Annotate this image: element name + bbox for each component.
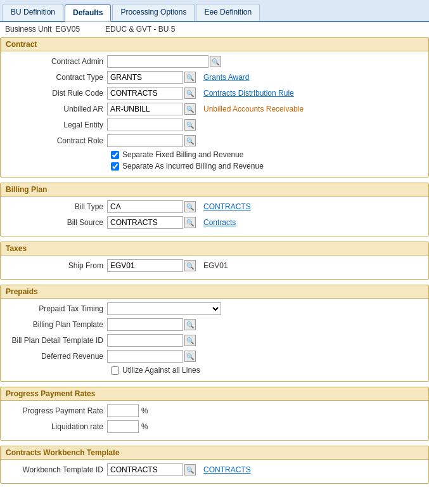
progress-payment-section: Progress Payment Rates Progress Payment …	[0, 387, 429, 441]
progress-payment-rate-input[interactable]	[107, 404, 139, 417]
bill-source-link[interactable]: Contracts	[203, 218, 236, 227]
workbench-section: Contracts Workbench Template Workbench T…	[0, 446, 429, 484]
legal-entity-row: Legal Entity 🔍	[6, 119, 423, 131]
workbench-template-id-input[interactable]	[107, 463, 183, 476]
bu-value: EGV05	[55, 25, 80, 34]
separate-as-incurred-checkbox[interactable]	[111, 162, 119, 171]
legal-entity-input[interactable]	[107, 119, 183, 131]
ship-from-after: EGV01	[203, 261, 228, 270]
legal-entity-search-btn[interactable]: 🔍	[184, 119, 196, 131]
prepaid-tax-timing-label: Prepaid Tax Timing	[6, 304, 107, 313]
dist-rule-row: Dist Rule Code 🔍 Contracts Distribution …	[6, 87, 423, 100]
progress-payment-rate-percent: %	[141, 406, 148, 415]
billing-plan-template-label: Billing Plan Template	[6, 320, 107, 329]
ship-from-row: Ship From 🔍 EGV01	[6, 259, 423, 272]
liquidation-rate-row: Liquidation rate %	[6, 420, 423, 433]
progress-payment-header: Progress Payment Rates	[1, 387, 428, 401]
unbilled-ar-link[interactable]: Unbilled Accounts Receivable	[203, 105, 304, 113]
bill-source-search-btn[interactable]: 🔍	[184, 217, 196, 228]
dist-rule-search-btn[interactable]: 🔍	[184, 87, 196, 99]
bu-description: EDUC & GVT - BU 5	[105, 25, 175, 34]
prepaid-tax-timing-row: Prepaid Tax Timing	[6, 302, 423, 315]
deferred-revenue-input[interactable]	[107, 350, 183, 363]
taxes-section: Taxes Ship From 🔍 EGV01	[0, 242, 429, 280]
bu-label: Business Unit	[5, 25, 51, 34]
bill-plan-detail-label: Bill Plan Detail Template ID	[6, 336, 107, 345]
bill-type-search-btn[interactable]: 🔍	[184, 201, 196, 212]
contract-role-row: Contract Role 🔍	[6, 134, 423, 147]
ship-from-search-btn[interactable]: 🔍	[184, 260, 196, 271]
separate-fixed-billing-label: Separate Fixed Billing and Revenue	[122, 150, 243, 159]
tab-eee-definition[interactable]: Eee Definition	[196, 4, 260, 21]
workbench-header: Contracts Workbench Template	[1, 446, 428, 460]
deferred-revenue-label: Deferred Revenue	[6, 352, 107, 361]
unbilled-ar-search-btn[interactable]: 🔍	[184, 103, 196, 115]
bill-plan-detail-search-btn[interactable]: 🔍	[184, 335, 196, 346]
unbilled-ar-label: Unbilled AR	[6, 105, 107, 113]
bill-type-link[interactable]: CONTRACTS	[203, 202, 251, 211]
tab-bu-definition[interactable]: BU Definition	[3, 4, 63, 21]
contract-role-label: Contract Role	[6, 136, 107, 145]
contract-admin-row: Contract Admin 🔍	[6, 55, 423, 68]
workbench-body: Workbench Template ID 🔍 CONTRACTS	[1, 460, 428, 483]
liquidation-rate-input[interactable]	[107, 420, 139, 433]
contract-type-search-btn[interactable]: 🔍	[184, 72, 196, 83]
tab-processing-options[interactable]: Processing Options	[112, 4, 195, 21]
billing-plan-section: Billing Plan Bill Type 🔍 CONTRACTS Bill …	[0, 183, 429, 236]
tab-defaults[interactable]: Defaults	[65, 4, 111, 22]
bill-source-row: Bill Source 🔍 Contracts	[6, 216, 423, 229]
bill-plan-detail-input[interactable]	[107, 334, 183, 347]
unbilled-ar-input[interactable]	[107, 103, 183, 115]
contract-type-input[interactable]	[107, 71, 183, 84]
billing-plan-template-row: Billing Plan Template 🔍	[6, 318, 423, 331]
business-unit-row: Business Unit EGV05 EDUC & GVT - BU 5	[0, 22, 429, 37]
contract-section-header: Contract	[1, 38, 428, 51]
utilize-against-all-lines-row: Utilize Against all Lines	[111, 366, 423, 375]
bill-type-row: Bill Type 🔍 CONTRACTS	[6, 200, 423, 213]
dist-rule-link[interactable]: Contracts Distribution Rule	[203, 89, 294, 98]
contract-admin-input[interactable]	[107, 55, 208, 68]
taxes-body: Ship From 🔍 EGV01	[1, 255, 428, 279]
separate-fixed-billing-checkbox[interactable]	[111, 151, 119, 159]
contract-admin-label: Contract Admin	[6, 57, 107, 66]
contract-type-link[interactable]: Grants Award	[203, 73, 249, 82]
contract-role-search-btn[interactable]: 🔍	[184, 135, 196, 146]
contract-section-body: Contract Admin 🔍 Contract Type 🔍 Grants …	[1, 51, 428, 177]
bill-plan-detail-row: Bill Plan Detail Template ID 🔍	[6, 334, 423, 347]
deferred-revenue-row: Deferred Revenue 🔍	[6, 350, 423, 363]
utilize-against-all-lines-label: Utilize Against all Lines	[122, 366, 200, 375]
workbench-template-id-search-btn[interactable]: 🔍	[184, 464, 196, 475]
bill-type-input[interactable]	[107, 200, 183, 213]
deferred-revenue-search-btn[interactable]: 🔍	[184, 351, 196, 362]
progress-payment-rate-row: Progress Payment Rate %	[6, 404, 423, 417]
billing-plan-body: Bill Type 🔍 CONTRACTS Bill Source 🔍 Cont…	[1, 197, 428, 236]
contract-role-input[interactable]	[107, 134, 183, 147]
billing-plan-header: Billing Plan	[1, 183, 428, 197]
contract-section: Contract Contract Admin 🔍 Contract Type …	[0, 37, 429, 178]
bill-source-input[interactable]	[107, 216, 183, 229]
billing-plan-template-input[interactable]	[107, 318, 183, 331]
billing-plan-template-search-btn[interactable]: 🔍	[184, 319, 196, 330]
separate-fixed-billing-row: Separate Fixed Billing and Revenue	[111, 150, 423, 159]
progress-payment-rate-label: Progress Payment Rate	[6, 406, 107, 415]
dist-rule-input[interactable]	[107, 87, 183, 100]
workbench-template-id-label: Workbench Template ID	[6, 465, 107, 474]
tabs-bar: BU Definition Defaults Processing Option…	[0, 0, 429, 22]
ship-from-input[interactable]	[107, 259, 183, 272]
contract-admin-search-btn[interactable]: 🔍	[210, 56, 221, 67]
liquidation-rate-label: Liquidation rate	[6, 422, 107, 431]
utilize-against-all-lines-checkbox[interactable]	[111, 366, 119, 375]
prepaids-body: Prepaid Tax Timing Billing Plan Template…	[1, 299, 428, 381]
contract-type-label: Contract Type	[6, 73, 107, 82]
liquidation-rate-percent: %	[141, 422, 148, 431]
workbench-template-id-row: Workbench Template ID 🔍 CONTRACTS	[6, 463, 423, 476]
dist-rule-label: Dist Rule Code	[6, 89, 107, 98]
unbilled-ar-row: Unbilled AR 🔍 Unbilled Accounts Receivab…	[6, 103, 423, 115]
contract-type-row: Contract Type 🔍 Grants Award	[6, 71, 423, 84]
workbench-template-id-link[interactable]: CONTRACTS	[203, 465, 251, 474]
separate-as-incurred-label: Separate As Incurred Billing and Revenue	[122, 162, 264, 171]
legal-entity-label: Legal Entity	[6, 120, 107, 129]
prepaid-tax-timing-select[interactable]	[107, 302, 221, 315]
prepaids-header: Prepaids	[1, 285, 428, 299]
taxes-header: Taxes	[1, 242, 428, 255]
